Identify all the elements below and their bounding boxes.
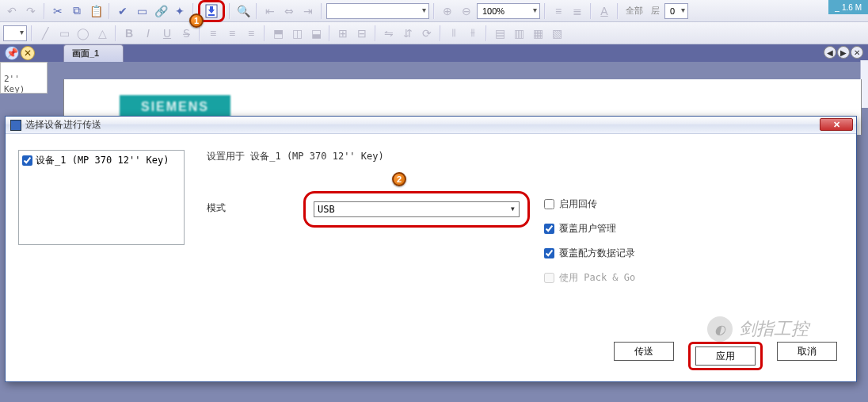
text-align-right-icon[interactable]: ≡ [242,25,260,42]
backward-icon[interactable]: ▧ [548,25,565,42]
dialog-app-icon [10,120,21,131]
separator [199,25,200,41]
chk-overwrite-user-box[interactable] [544,224,554,234]
text-align-left-icon[interactable]: ≡ [204,25,222,42]
watermark: ◐ 剑指工控 [707,316,809,342]
options-column: 启用回传 覆盖用户管理 覆盖配方数据记录 使用 Pack & Go [544,197,635,285]
chk-overwrite-recipe-label: 覆盖配方数据记录 [559,247,635,260]
tab-nav-buttons: ◀ ▶ ✕ [824,46,863,59]
badge-2: 2 [392,172,406,186]
settings-for-label: 设置用于 设备_1 (MP 370 12'' Key) [207,150,384,163]
cut-icon[interactable]: ✂ [49,2,67,20]
redo-icon[interactable]: ↷ [22,2,40,20]
bold-icon[interactable]: B [120,25,138,42]
separator [485,25,487,41]
chk-packgo-box [544,273,554,283]
zoom-combo[interactable]: 100% [477,3,540,19]
tab-screen-1[interactable]: 画面_1 [63,44,124,62]
cancel-button[interactable]: 取消 [777,342,837,361]
tab-next-icon[interactable]: ▶ [837,46,850,59]
bottom-align-icon[interactable]: ⬓ [307,25,325,42]
ungroup-icon[interactable]: ⊟ [353,25,371,42]
font-combo[interactable] [326,3,429,19]
indent-icon[interactable]: ≡ [550,2,567,20]
separator [264,25,265,41]
dialog-body: 设备_1 (MP 370 12'' Key) 设置用于 设备_1 (MP 370… [6,134,856,381]
separator [329,25,330,41]
transfer-dialog: 选择设备进行传送 ✕ 设备_1 (MP 370 12'' Key) 设置用于 设… [5,116,857,382]
underline-icon[interactable]: U [158,25,176,42]
rotate-icon[interactable]: ⟳ [418,25,436,42]
dialog-buttons: 传送 应用 取消 [614,342,837,370]
paste-icon[interactable]: 📋 [87,2,105,20]
chk-overwrite-recipe[interactable]: 覆盖配方数据记录 [544,247,635,260]
triangle-icon[interactable]: △ [93,25,111,42]
tab-prev-icon[interactable]: ◀ [824,46,836,59]
separator [229,3,230,19]
layer-combo[interactable]: 0 [664,3,688,19]
tab-label: 画面_1 [72,48,99,58]
italic-icon[interactable]: I [139,25,157,42]
toolbar-text-all: 全部 [622,5,646,17]
align-center-icon[interactable]: ⇔ [280,2,298,20]
monitor-icon[interactable]: ▭ [133,2,150,20]
download-highlight: 1 [198,0,225,22]
group-icon[interactable]: ⊞ [334,25,352,42]
zoom-in-icon[interactable]: ⊕ [439,2,456,20]
rect-icon[interactable]: ▭ [55,25,73,42]
transfer-button[interactable]: 传送 [614,342,674,361]
separator [321,3,322,19]
back-icon[interactable]: ▥ [510,25,527,42]
mode-highlight: USB [303,191,530,228]
chk-overwrite-user[interactable]: 覆盖用户管理 [544,222,635,235]
align-left-icon[interactable]: ⇤ [261,2,279,20]
forward-icon[interactable]: ▦ [529,25,546,42]
tab-close-icon[interactable]: ✕ [851,46,863,59]
mid-align-icon[interactable]: ◫ [288,25,306,42]
text-align-center-icon[interactable]: ≡ [223,25,241,42]
separator [375,25,376,41]
font-color-icon[interactable]: A [596,2,613,20]
toolbar-row-2: ╱ ▭ ◯ △ B I U S̶ ≡ ≡ ≡ ⬒ ◫ ⬓ ⊞ ⊟ ⇋ ⇵ ⟳ ⫴… [0,22,868,44]
wand-icon[interactable]: ✦ [171,2,188,20]
separator [44,3,45,19]
outdent-icon[interactable]: ≣ [569,2,586,20]
device-item[interactable]: 设备_1 (MP 370 12'' Key) [22,154,181,167]
chk-overwrite-recipe-box[interactable] [544,248,554,258]
top-align-icon[interactable]: ⬒ [269,25,287,42]
pin-icon[interactable]: 📌 [5,46,19,60]
link-icon[interactable]: 🔗 [152,2,169,20]
flip-h-icon[interactable]: ⇋ [380,25,398,42]
chk-enable-back[interactable]: 启用回传 [544,197,635,211]
apply-button[interactable]: 应用 [695,346,756,366]
separator [440,25,441,41]
watermark-text: 剑指工控 [739,317,809,341]
chk-packgo: 使用 Pack & Go [544,271,635,285]
device-checkbox[interactable] [22,155,32,166]
mode-combo[interactable]: USB [314,201,520,217]
download-button[interactable] [203,2,220,20]
corner-chip-text: ⎯ 1.6 M [835,3,862,12]
close-panel-icon[interactable]: ✕ [21,46,35,60]
find-icon[interactable]: 🔍 [234,2,252,20]
flip-v-icon[interactable]: ⇵ [399,25,417,42]
separator [590,3,592,19]
mini-combo[interactable] [3,25,27,41]
corner-chip: ⎯ 1.6 M [828,0,868,14]
line-icon[interactable]: ╱ [36,25,54,42]
undo-icon[interactable]: ↶ [3,2,21,20]
check-icon[interactable]: ✔ [114,2,131,20]
toolbar-row-1: ↶ ↷ ✂ ⧉ 📋 ✔ ▭ 🔗 ✦ 1 🔍 ⇤ ⇔ ⇥ ⊕ ⊖ 100% ≡ ≣… [0,0,868,22]
tree-fragment-text: 2'' Key) [4,74,25,94]
circle-icon[interactable]: ◯ [74,25,92,42]
chk-enable-back-box[interactable] [544,199,554,209]
device-list[interactable]: 设备_1 (MP 370 12'' Key) [18,150,185,245]
dist-h-icon[interactable]: ⫴ [445,25,463,42]
separator [31,25,32,41]
front-icon[interactable]: ▤ [491,25,508,42]
align-right-icon[interactable]: ⇥ [299,2,317,20]
dist-v-icon[interactable]: ⫵ [464,25,482,42]
zoom-out-icon[interactable]: ⊖ [458,2,475,20]
copy-icon[interactable]: ⧉ [68,2,86,20]
dialog-close-button[interactable]: ✕ [820,118,853,131]
